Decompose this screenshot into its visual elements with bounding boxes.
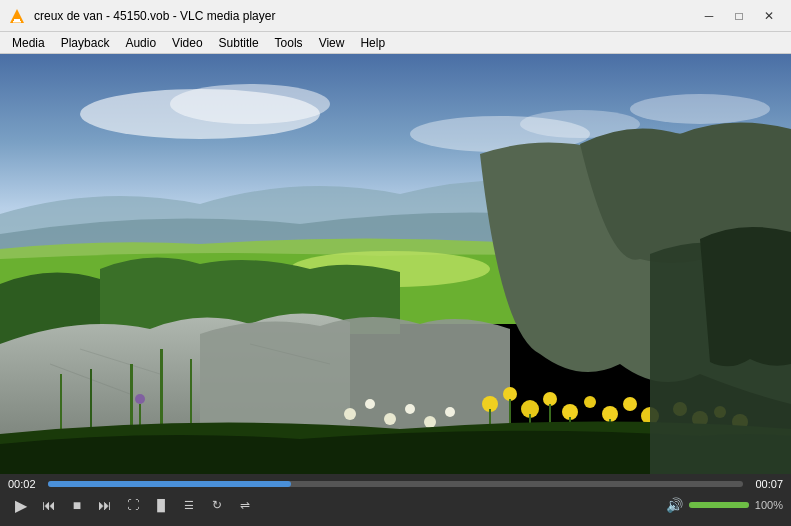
volume-label: 100% [753, 499, 783, 511]
controls-bar: 00:02 00:07 ▶ ⏮ ■ ⏭ ⛶ ▐▌ ☰ ↻ ⇌ 🔊 10 [0, 474, 791, 526]
time-end: 00:07 [751, 478, 783, 490]
svg-rect-1 [14, 19, 20, 21]
menu-playback[interactable]: Playback [53, 32, 118, 53]
volume-button[interactable]: 🔊 [663, 494, 685, 516]
svg-point-43 [445, 407, 455, 417]
svg-rect-2 [13, 21, 21, 23]
play-button[interactable]: ▶ [8, 494, 34, 516]
svg-point-21 [543, 392, 557, 406]
fullscreen-button[interactable]: ⛶ [120, 494, 146, 516]
buttons-row: ▶ ⏮ ■ ⏭ ⛶ ▐▌ ☰ ↻ ⇌ 🔊 100% [8, 494, 783, 516]
video-area[interactable] [0, 54, 791, 474]
random-button[interactable]: ⇌ [232, 494, 258, 516]
title-bar: creux de van - 45150.vob - VLC media pla… [0, 0, 791, 32]
svg-point-23 [584, 396, 596, 408]
stop-button[interactable]: ■ [64, 494, 90, 516]
equalizer-button[interactable]: ▐▌ [148, 494, 174, 516]
menu-video[interactable]: Video [164, 32, 210, 53]
svg-point-42 [424, 416, 436, 428]
menu-tools[interactable]: Tools [267, 32, 311, 53]
close-button[interactable]: ✕ [755, 5, 783, 27]
svg-point-5 [170, 84, 330, 124]
svg-point-41 [405, 404, 415, 414]
volume-track[interactable] [689, 502, 749, 508]
minimize-button[interactable]: ─ [695, 5, 723, 27]
progress-row: 00:02 00:07 [8, 478, 783, 490]
volume-fill [689, 502, 749, 508]
next-button[interactable]: ⏭ [92, 494, 118, 516]
playlist-button[interactable]: ☰ [176, 494, 202, 516]
vlc-icon [8, 7, 26, 25]
title-text: creux de van - 45150.vob - VLC media pla… [34, 9, 275, 23]
title-left: creux de van - 45150.vob - VLC media pla… [8, 7, 275, 25]
progress-track[interactable] [48, 481, 743, 487]
menu-bar: Media Playback Audio Video Subtitle Tool… [0, 32, 791, 54]
time-start: 00:02 [8, 478, 40, 490]
menu-audio[interactable]: Audio [117, 32, 164, 53]
svg-point-8 [630, 94, 770, 124]
menu-view[interactable]: View [311, 32, 353, 53]
video-canvas [0, 54, 791, 474]
svg-point-44 [135, 394, 145, 404]
maximize-button[interactable]: □ [725, 5, 753, 27]
progress-fill [48, 481, 291, 487]
title-controls: ─ □ ✕ [695, 5, 783, 27]
menu-subtitle[interactable]: Subtitle [211, 32, 267, 53]
volume-area: 🔊 100% [663, 494, 783, 516]
svg-point-39 [365, 399, 375, 409]
svg-point-19 [503, 387, 517, 401]
menu-media[interactable]: Media [4, 32, 53, 53]
svg-point-40 [384, 413, 396, 425]
svg-point-38 [344, 408, 356, 420]
loop-button[interactable]: ↻ [204, 494, 230, 516]
svg-point-25 [623, 397, 637, 411]
menu-help[interactable]: Help [352, 32, 393, 53]
prev-button[interactable]: ⏮ [36, 494, 62, 516]
